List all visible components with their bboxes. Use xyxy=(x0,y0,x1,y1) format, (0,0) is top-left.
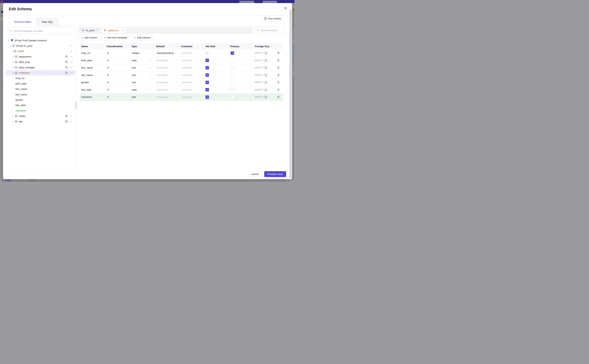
edit-foreign-key-icon[interactable] xyxy=(265,81,268,84)
not-null-checkbox[interactable] xyxy=(206,95,209,99)
foreign-key-cell[interactable]: EMPTY xyxy=(253,59,274,62)
tree-item-hire_date[interactable]: hire_date xyxy=(6,103,75,108)
default-select[interactable]: No default xyxy=(154,74,179,77)
edit-foreign-key-icon[interactable] xyxy=(265,88,268,91)
delete-column-icon[interactable] xyxy=(277,59,280,62)
edit-classification-icon[interactable] xyxy=(107,88,110,91)
column-name-cell[interactable]: hire_date xyxy=(80,88,105,91)
foreign-key-cell[interactable]: EMPTY xyxy=(253,66,274,69)
comment-input[interactable]: comment xyxy=(179,59,204,62)
comment-input[interactable]: comment xyxy=(179,96,204,98)
primary-checkbox[interactable] xyxy=(231,59,234,62)
delete-column-icon[interactable] xyxy=(277,96,280,98)
panel-resize-handle[interactable] xyxy=(75,102,76,109)
more-icon[interactable] xyxy=(70,72,73,74)
copy-icon[interactable] xyxy=(65,60,68,63)
column-name-cell[interactable]: birth_date xyxy=(80,59,105,62)
editor-tab-public.em...[interactable]: public.em...✕ xyxy=(101,28,126,33)
more-icon[interactable] xyxy=(70,66,73,69)
tree-item--prod-prod-sample-instance[interactable]: ▾(Prod) Prod Sample Instance xyxy=(6,38,75,43)
delete-column-button[interactable] xyxy=(274,66,283,69)
close-icon[interactable]: ✕ xyxy=(284,6,287,10)
column-name-cell[interactable]: emp_no xyxy=(80,52,105,54)
edit-classification-icon[interactable] xyxy=(107,52,110,54)
modal-scrollbar[interactable] xyxy=(289,9,291,178)
delete-column-button[interactable] xyxy=(274,59,283,62)
not-null-checkbox[interactable] xyxy=(206,52,209,55)
tab-schema-editor[interactable]: Schema Editor xyxy=(9,18,37,26)
default-select[interactable]: No default xyxy=(154,81,179,84)
edit-classification-icon[interactable] xyxy=(107,66,110,69)
edit-foreign-key-icon[interactable] xyxy=(265,66,268,69)
delete-column-icon[interactable] xyxy=(277,52,280,54)
type-select[interactable]: date xyxy=(130,88,154,91)
tree-item-title[interactable]: ▸title xyxy=(6,119,75,124)
more-icon[interactable] xyxy=(70,60,73,63)
default-select[interactable]: No default xyxy=(154,96,179,98)
foreign-key-cell[interactable]: EMPTY xyxy=(253,74,274,77)
delete-column-button[interactable] xyxy=(274,96,283,98)
comment-input[interactable]: comment xyxy=(179,88,204,91)
delete-column-button[interactable] xyxy=(274,74,283,77)
edit-classification-icon[interactable] xyxy=(107,74,110,77)
default-select[interactable]: No default xyxy=(154,66,179,69)
edit-classification-icon[interactable] xyxy=(107,96,110,98)
comment-input[interactable]: comment xyxy=(179,74,204,77)
column-name-cell[interactable]: first_name xyxy=(80,66,105,69)
more-icon[interactable] xyxy=(70,44,73,47)
caret-right-icon[interactable]: ▸ xyxy=(12,66,15,68)
delete-column-icon[interactable] xyxy=(277,66,280,69)
primary-checkbox[interactable] xyxy=(231,73,234,77)
not-null-checkbox[interactable] xyxy=(206,88,209,91)
primary-checkbox[interactable] xyxy=(231,81,234,84)
column-name-cell[interactable]: last_name xyxy=(80,74,105,77)
type-select[interactable]: integer xyxy=(130,52,154,54)
default-select[interactable]: No default xyxy=(154,88,179,91)
caret-right-icon[interactable]: ▸ xyxy=(12,61,15,63)
comment-input[interactable]: comment xyxy=(179,66,204,69)
close-tab-icon[interactable]: ✕ xyxy=(96,29,98,32)
not-null-checkbox[interactable] xyxy=(206,73,209,77)
tree-item-salary[interactable]: ▸salary xyxy=(6,113,75,119)
tree-item-first_name[interactable]: first_name xyxy=(6,86,75,92)
more-icon[interactable] xyxy=(70,50,73,52)
edit-foreign-key-icon[interactable] xyxy=(265,59,268,62)
edit-indexes-button[interactable]: ◇ Edit indexes xyxy=(132,35,153,40)
caret-down-icon[interactable]: ▾ xyxy=(11,50,13,52)
type-select[interactable]: date xyxy=(130,59,154,62)
tree-item-emp_no[interactable]: emp_no xyxy=(6,76,75,81)
tree-item-last_name[interactable]: last_name xyxy=(6,92,75,97)
tab-raw-sql[interactable]: Raw SQL xyxy=(37,18,58,26)
tree-item--prod-hr_prod[interactable]: ▾(Prod) hr_prod xyxy=(6,43,75,48)
sidebar-search-input[interactable]: Search database and table xyxy=(7,27,74,34)
close-tab-icon[interactable]: ✕ xyxy=(122,29,124,32)
default-select[interactable]: No default xyxy=(154,59,179,62)
default-select[interactable]: nextval('employ xyxy=(154,52,179,54)
foreign-key-cell[interactable]: EMPTY xyxy=(253,52,274,54)
type-select[interactable]: text xyxy=(130,66,154,69)
primary-checkbox[interactable] xyxy=(231,52,234,55)
not-null-checkbox[interactable] xyxy=(206,66,209,70)
column-name-cell[interactable]: gender xyxy=(80,81,105,84)
cancel-button[interactable]: Cancel xyxy=(248,171,262,177)
delete-column-button[interactable] xyxy=(274,88,283,91)
delete-column-button[interactable] xyxy=(274,81,283,84)
caret-down-icon[interactable]: ▾ xyxy=(12,72,15,74)
copy-icon[interactable] xyxy=(65,66,68,69)
tree-item-department[interactable]: ▸department xyxy=(6,54,75,59)
tree-item-employee[interactable]: ▾employee xyxy=(6,70,75,75)
edit-foreign-key-icon[interactable] xyxy=(265,52,268,54)
delete-column-icon[interactable] xyxy=(277,81,280,84)
run-checks-button[interactable]: Run checks xyxy=(261,16,284,21)
copy-icon[interactable] xyxy=(65,55,68,58)
more-icon[interactable] xyxy=(70,120,73,123)
tree-item-birth_date[interactable]: birth_date xyxy=(6,81,75,86)
not-null-checkbox[interactable] xyxy=(206,59,209,62)
copy-icon[interactable] xyxy=(65,115,68,117)
caret-right-icon[interactable]: ▸ xyxy=(12,121,15,122)
caret-right-icon[interactable]: ▸ xyxy=(12,56,15,58)
delete-column-icon[interactable] xyxy=(277,74,280,77)
type-select[interactable]: text xyxy=(130,74,154,77)
preview-issue-button[interactable]: Preview issue xyxy=(264,171,286,177)
caret-down-icon[interactable]: ▾ xyxy=(9,45,12,47)
